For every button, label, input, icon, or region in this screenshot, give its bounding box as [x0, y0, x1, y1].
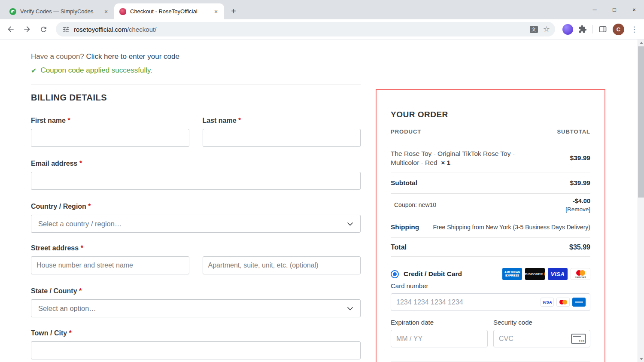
url-domain: rosetoyofficial.com	[74, 26, 127, 33]
product-name: The Rose Toy - Original TikTok Rose Toy …	[391, 149, 532, 167]
label-text: Street address	[31, 244, 79, 252]
subtotal-label: Subtotal	[391, 179, 417, 187]
cvc-card-icon: 123	[571, 334, 586, 344]
extension-logo-icon[interactable]	[562, 24, 573, 35]
product-title: The Rose Toy - Original TikTok Rose Toy …	[391, 150, 515, 166]
card-field-brand-icons: VISA	[541, 298, 586, 307]
required-asterisk: *	[67, 117, 70, 124]
window-close-button[interactable]: ×	[624, 0, 644, 19]
coupon-code-label: Coupon: new10	[391, 201, 436, 208]
minimize-button[interactable]: ─	[585, 0, 605, 19]
label-text: Email address	[31, 160, 78, 167]
street-address-label: Street address *	[31, 243, 361, 253]
forward-button[interactable]	[20, 22, 34, 37]
expiration-date-input[interactable]	[391, 330, 488, 347]
payment-method-row: Credit / Debit Card AMERICAN EXPRESS DIS…	[391, 268, 590, 280]
translate-icon[interactable]: 文	[530, 26, 538, 33]
scroll-up-arrow[interactable]	[638, 40, 644, 46]
scroll-down-arrow[interactable]	[638, 356, 644, 362]
order-table-header: PRODUCT SUBTOTAL	[391, 128, 590, 138]
tab-title: Checkout - RoseToyOfficial	[130, 8, 210, 15]
coupon-discount: -$4.00 [Remove]	[565, 197, 590, 213]
label-text: Town / City	[31, 329, 67, 337]
reload-button[interactable]	[36, 22, 51, 37]
shipping-label: Shipping	[391, 223, 419, 231]
city-input[interactable]	[31, 341, 361, 359]
state-label: State / County *	[31, 286, 361, 296]
tab-strip: Verify Codes — SimplyCodes × Checkout - …	[0, 0, 644, 19]
order-subtotal-row: Subtotal $39.99	[391, 173, 590, 194]
mastercard-icon: mastercard	[571, 268, 590, 280]
coupon-prompt: Have a coupon?	[31, 52, 84, 61]
tab-close-icon[interactable]: ×	[102, 8, 110, 15]
required-asterisk: *	[238, 117, 241, 124]
card-number-label: Card number	[391, 282, 590, 289]
subtotal-column-header: SUBTOTAL	[557, 128, 590, 135]
required-asterisk: *	[69, 329, 72, 337]
scrollbar-thumb[interactable]	[638, 46, 644, 198]
cvc-icon-text: 123	[578, 339, 585, 343]
order-total-row: Total $35.99	[391, 238, 590, 257]
total-label: Total	[391, 243, 407, 251]
coupon-remove-link[interactable]: [Remove]	[565, 206, 590, 213]
side-panel-icon[interactable]	[596, 23, 609, 36]
product-column-header: PRODUCT	[391, 128, 421, 135]
page-scrollbar[interactable]	[638, 40, 644, 362]
last-name-input[interactable]	[203, 129, 361, 147]
city-label: Town / City *	[31, 329, 361, 338]
coupon-toggle-link[interactable]: Click here to enter your code	[86, 52, 179, 61]
card-brand-icons: AMERICAN EXPRESS DISCOVER VISA mastercar…	[502, 268, 590, 280]
url-path: /checkout/	[127, 26, 156, 33]
first-name-label: First name *	[31, 116, 189, 125]
bookmark-star-icon[interactable]: ☆	[543, 25, 550, 33]
country-select[interactable]: Select a country / region…	[31, 215, 361, 233]
security-code-label: Security code	[493, 319, 590, 326]
page-viewport: Have a coupon? Click here to enter your …	[0, 40, 644, 362]
card-number-field: VISA	[391, 293, 590, 311]
browser-toolbar: rosetoyofficial.com/checkout/ 文 ☆ C ⋮	[0, 19, 644, 40]
site-settings-icon[interactable]	[61, 24, 70, 34]
mastercard-circles	[576, 270, 585, 276]
discover-dot	[544, 272, 545, 276]
check-icon: ✔	[31, 67, 36, 75]
order-product-row: The Rose Toy - Original TikTok Rose Toy …	[391, 138, 590, 173]
order-heading: YOUR ORDER	[391, 110, 590, 120]
discover-icon: DISCOVER	[525, 268, 545, 280]
browser-window: Verify Codes — SimplyCodes × Checkout - …	[0, 0, 644, 362]
credit-card-radio[interactable]	[391, 270, 399, 278]
new-tab-button[interactable]: +	[228, 5, 240, 17]
maximize-button[interactable]: □	[605, 0, 624, 19]
tab-title: Verify Codes — SimplyCodes	[20, 8, 100, 15]
label-text: First name	[31, 117, 66, 124]
first-name-input[interactable]	[31, 129, 189, 147]
chevron-down-icon	[347, 222, 353, 226]
profile-avatar[interactable]: C	[613, 24, 624, 35]
back-button[interactable]	[3, 22, 18, 37]
amex-icon: AMERICAN EXPRESS	[502, 268, 522, 280]
expiration-date-field: Expiration date	[391, 319, 488, 347]
shipping-value: Free Shipping from New York (3-5 Busines…	[419, 224, 590, 231]
email-input[interactable]	[31, 172, 361, 190]
coupon-success-row: ✔ Coupon code applied successfully.	[31, 66, 361, 75]
url-bar[interactable]: rosetoyofficial.com/checkout/ 文 ☆	[56, 22, 555, 37]
street-address-input[interactable]	[31, 256, 189, 274]
tab-simplycodes[interactable]: Verify Codes — SimplyCodes ×	[4, 3, 114, 19]
product-price: $39.99	[570, 154, 590, 162]
coupon-amount: -$4.00	[573, 198, 590, 204]
state-select-value: Select an option…	[38, 304, 96, 313]
tab-close-icon[interactable]: ×	[212, 8, 220, 15]
billing-details-heading: BILLING DETAILS	[31, 92, 361, 103]
security-code-field: Security code 123	[493, 319, 590, 347]
apartment-input[interactable]	[203, 256, 361, 274]
extensions-puzzle-icon[interactable]	[576, 23, 589, 36]
visa-icon: VISA	[548, 268, 568, 280]
state-select[interactable]: Select an option…	[31, 299, 361, 317]
tab-checkout[interactable]: Checkout - RoseToyOfficial ×	[114, 3, 224, 19]
payment-method-label: Credit / Debit Card	[404, 270, 462, 278]
chevron-down-icon	[347, 307, 353, 310]
rosetoy-favicon	[119, 8, 126, 15]
product-quantity: × 1	[441, 159, 450, 166]
browser-menu-icon[interactable]: ⋮	[629, 23, 640, 36]
simplycodes-favicon	[9, 8, 16, 15]
mastercard-icon	[556, 298, 570, 307]
